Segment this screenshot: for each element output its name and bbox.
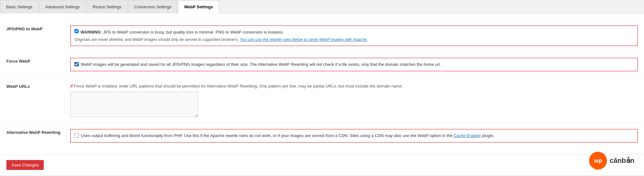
force-webp-text: WebP images will be generated and saved … [81,61,441,68]
logo-area: wp cănbản [589,152,634,170]
apache-rewrite-link[interactable]: You can use the rewrite rules below to s… [240,37,367,42]
warning-body: JPG to WebP conversion is lossy, but qua… [102,30,284,34]
alt-webp-box: Uses output buffering and libxml functio… [70,129,638,142]
alt-webp-content: Uses output buffering and libxml functio… [70,129,638,142]
alt-webp-text-before: Uses output buffering and libxml functio… [81,133,454,138]
warning-text: WARNING: JPG to WebP conversion is lossy… [80,29,284,35]
force-webp-box: WebP images will be generated and saved … [70,58,638,71]
webp-urls-row: WebP URLs If Force WebP is enabled, ente… [0,77,644,124]
force-webp-checkbox-wrapper: WebP images will be generated and saved … [74,61,633,68]
urls-description: If Force WebP is enabled, enter URL patt… [70,83,638,89]
warning-bold: WARNING: [80,30,102,34]
jpg-png-row: JPG/PNG to WebP WARNING: JPG to WebP con… [0,20,644,52]
wp-logo-circle: wp [589,152,607,170]
webp-urls-content: If Force WebP is enabled, enter URL patt… [70,83,638,118]
force-webp-label: Force WebP [6,58,70,64]
force-webp-checkbox[interactable] [74,62,79,66]
save-section: Save Changes [0,155,644,175]
alt-webp-checkbox-wrapper: Uses output buffering and libxml functio… [74,133,633,139]
alt-webp-checkbox[interactable] [74,133,79,138]
urls-description-rest: Force WebP is enabled, enter URL pattern… [73,84,403,88]
warning-sub-text: Originals are never deleted, and WebP im… [74,37,633,43]
logo-wrapper: wp cănbản [589,152,634,170]
tab-webp[interactable]: WebP Settings [178,0,219,13]
alt-webp-text: Uses output buffering and libxml functio… [81,133,494,139]
webp-urls-label: WebP URLs [6,83,70,89]
page-wrapper: Basic Settings Advanced Settings Resize … [0,0,644,176]
jpg-png-label: JPG/PNG to WebP [6,26,70,31]
jpg-png-checkbox[interactable] [74,29,79,33]
sub-text-main: Originals are never deleted, and WebP im… [74,37,240,42]
force-webp-row: Force WebP WebP images will be generated… [0,52,644,77]
jpg-png-warning-box: WARNING: JPG to WebP conversion is lossy… [70,26,638,46]
webp-urls-textarea[interactable] [70,92,198,117]
alt-webp-label: Alternative WebP Rewriting [6,129,70,135]
tab-advanced[interactable]: Advanced Settings [39,0,86,13]
warning-line: WARNING: JPG to WebP conversion is lossy… [74,29,633,35]
alt-webp-row: Alternative WebP Rewriting Uses output b… [0,123,644,148]
save-changes-button[interactable]: Save Changes [6,160,44,170]
force-webp-content: WebP images will be generated and saved … [70,58,638,71]
tab-resize[interactable]: Resize Settings [87,0,127,13]
jpg-png-content: WARNING: JPG to WebP conversion is lossy… [70,26,638,46]
canban-logo-text: cănbản [610,157,634,165]
content-area: JPG/PNG to WebP WARNING: JPG to WebP con… [0,13,644,155]
tab-basic[interactable]: Basic Settings [0,0,38,13]
wp-logo-text: wp [594,157,602,164]
alt-webp-text-after: plugin. [481,133,494,138]
tab-conversion[interactable]: Conversion Settings [128,0,177,13]
tabs-bar: Basic Settings Advanced Settings Resize … [0,0,644,13]
cache-enabler-link[interactable]: Cache Enabler [454,133,481,138]
